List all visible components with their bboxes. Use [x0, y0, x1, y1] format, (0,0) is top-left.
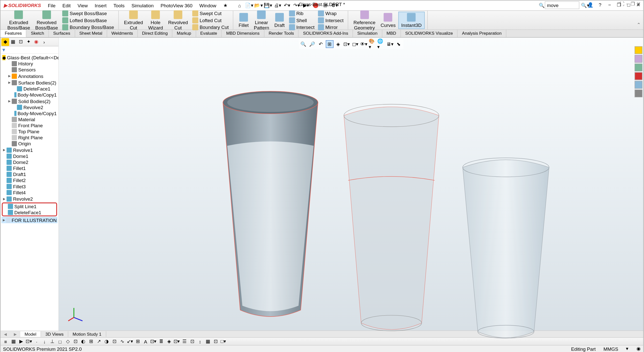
zoom-area-icon[interactable]: 🔎	[308, 40, 316, 48]
tp-design-lib-icon[interactable]	[635, 55, 642, 63]
bt-icon-9[interactable]: ◇	[64, 338, 71, 345]
intersect2-button[interactable]: Intersect	[316, 17, 345, 24]
view-triad[interactable]	[67, 304, 85, 322]
model-glass-2[interactable]	[335, 90, 448, 336]
tree-item[interactable]: Revolve2	[1, 104, 58, 110]
home-icon[interactable]: ⌂	[235, 1, 244, 10]
bt-icon-23[interactable]: ⊡▾	[173, 338, 180, 345]
menu-edit[interactable]: Edit	[59, 3, 74, 8]
instant3d-button[interactable]: Instant3D	[398, 12, 425, 29]
search-input[interactable]	[545, 1, 579, 9]
mirror-button[interactable]: Mirror	[316, 24, 345, 31]
status-dropdown-icon[interactable]: ▾	[626, 346, 628, 351]
dynamic-view-icon[interactable]: ◈	[334, 40, 342, 48]
tab-sketch[interactable]: Sketch	[27, 30, 49, 37]
panel-expand-icon[interactable]: ⛶	[620, 1, 624, 7]
tab-mbddim[interactable]: MBD Dimensions	[222, 30, 264, 37]
wrap-button[interactable]: Wrap	[316, 10, 345, 17]
tab-addins[interactable]: SOLIDWORKS Add-Ins	[299, 30, 353, 37]
tree-item[interactable]: Dome2	[1, 159, 58, 165]
bt-icon-14[interactable]: ◑	[103, 338, 110, 345]
tp-view-palette-icon[interactable]	[635, 72, 642, 80]
reference-geometry-button[interactable]: Reference Geometry	[351, 9, 378, 31]
tab-render[interactable]: Render Tools	[264, 30, 299, 37]
model-glass-1[interactable]	[214, 76, 327, 323]
status-units[interactable]: MMGS	[603, 346, 618, 351]
bt-icon-5[interactable]: ·	[33, 338, 40, 345]
ribbon-collapse-icon[interactable]: ⌃	[637, 22, 640, 28]
lofted-cut-button[interactable]: Lofted Cut	[191, 17, 231, 24]
menu-simulation[interactable]: Simulation	[128, 3, 157, 8]
tp-resources-icon[interactable]	[635, 46, 642, 54]
extruded-boss-button[interactable]: Extruded Boss/Base	[5, 9, 33, 31]
revolved-boss-button[interactable]: Revolved Boss/Base	[33, 9, 61, 31]
tp-file-explorer-icon[interactable]	[635, 64, 642, 71]
tree-item[interactable]: ▸Revolve2	[1, 195, 58, 202]
print-icon[interactable]: 🖨▾	[273, 1, 282, 10]
tree-item[interactable]: Body-Move/Copy1	[1, 92, 58, 98]
fm-tab-tree-icon[interactable]: ◆	[1, 38, 9, 46]
expand-icon[interactable]: ▸	[7, 98, 12, 104]
tree-item[interactable]: Dome1	[1, 153, 58, 159]
bt-icon-10[interactable]: ⊡	[72, 338, 79, 345]
tab-evaluate[interactable]: Evaluate	[196, 30, 222, 37]
lofted-boss-button[interactable]: Lofted Boss/Base	[61, 17, 116, 24]
viewport[interactable]: 🔍 🔎 ↶ ⊞ ◈ ⊡▾ ◻▾ 👁▾ 🎨▾ 🌐▾ 🖥▾ ⬊	[59, 38, 643, 330]
bt-icon-12[interactable]: ⊞	[88, 338, 95, 345]
menu-view[interactable]: View	[74, 3, 91, 8]
bt-icon-29[interactable]: □▾	[220, 338, 227, 345]
filter-icon[interactable]: ▼	[1, 47, 6, 52]
bt-icon-17[interactable]: ↙▾	[127, 338, 134, 345]
status-flag-icon[interactable]: ◉	[636, 346, 641, 351]
bt-icon-4[interactable]: ⊡▾	[25, 338, 32, 345]
tab-analysis[interactable]: Analysis Preparation	[458, 30, 506, 37]
panel-close-icon[interactable]: ✕	[637, 1, 640, 7]
bt-icon-7[interactable]: ⊥	[49, 338, 56, 345]
fm-tab-config-icon[interactable]: ⊡	[17, 38, 25, 46]
view-orient-icon[interactable]: ⊡▾	[343, 40, 351, 48]
expand-icon[interactable]: ▸	[2, 147, 7, 153]
bt-icon-2[interactable]: ▦	[10, 338, 17, 345]
tree-item[interactable]: Split Line1	[3, 203, 56, 209]
menu-help-icon[interactable]: ★	[220, 3, 231, 8]
tab-directediting[interactable]: Direct Editing	[138, 30, 172, 37]
bt-icon-11[interactable]: ◐	[80, 338, 87, 345]
tree-item[interactable]: ▸FOR ILLUSTRATION	[1, 217, 58, 223]
undo-icon[interactable]: ↶▾	[283, 1, 291, 10]
tab-sheetmetal[interactable]: Sheet Metal	[75, 30, 107, 37]
tree-item[interactable]: Front Plane	[1, 122, 58, 128]
tree-item[interactable]: Fillet1	[1, 165, 58, 171]
tab-model[interactable]: Model	[20, 331, 41, 337]
swept-boss-button[interactable]: Swept Boss/Base	[61, 10, 116, 17]
tab-motion-study[interactable]: Motion Study 1	[68, 331, 106, 337]
bt-icon-1[interactable]: ≡	[2, 338, 9, 345]
tree-item[interactable]: ▸Surface Bodies(2)	[1, 79, 58, 86]
coord-system-icon[interactable]: ⬊	[395, 40, 402, 48]
expand-icon[interactable]: ▸	[2, 196, 7, 201]
help-icon[interactable]: ?	[597, 1, 604, 8]
extruded-cut-button[interactable]: Extruded Cut	[121, 9, 145, 31]
bt-icon-19[interactable]: A	[142, 338, 149, 345]
fillet-button[interactable]: Fillet	[236, 12, 251, 28]
bt-icon-27[interactable]: ▦	[204, 338, 211, 345]
fm-tab-prop-icon[interactable]: ▦	[9, 38, 17, 46]
apply-scene-icon[interactable]: 🌐▾	[377, 40, 385, 48]
tree-root[interactable]: ◆ Glass-Best (Default<<Default>_Displa	[1, 55, 58, 61]
tree-item[interactable]: Top Plane	[1, 128, 58, 135]
model-glass-3[interactable]	[456, 146, 556, 345]
bt-icon-26[interactable]: ↕	[197, 338, 204, 345]
bt-icon-25[interactable]: ⊡	[189, 338, 196, 345]
tree-item[interactable]: Body-Move/Copy1	[1, 110, 58, 116]
bt-icon-3[interactable]: ▶	[18, 338, 25, 345]
tp-appearances-icon[interactable]	[635, 81, 642, 89]
swept-cut-button[interactable]: Swept Cut	[191, 10, 231, 17]
tree-item[interactable]: ▸Solid Bodies(2)	[1, 98, 58, 104]
fm-tab-display-icon[interactable]: ◉	[32, 38, 40, 46]
scroll-right-icon[interactable]: ►	[10, 331, 20, 337]
bt-icon-15[interactable]: ⊡	[111, 338, 118, 345]
boundary-boss-button[interactable]: Boundary Boss/Base	[61, 24, 116, 31]
prev-view-icon[interactable]: ↶	[317, 40, 325, 48]
tree-item[interactable]: Fillet4	[1, 189, 58, 195]
bt-icon-22[interactable]: ◈	[166, 338, 173, 345]
tree-item[interactable]: ▸Annotations	[1, 73, 58, 79]
